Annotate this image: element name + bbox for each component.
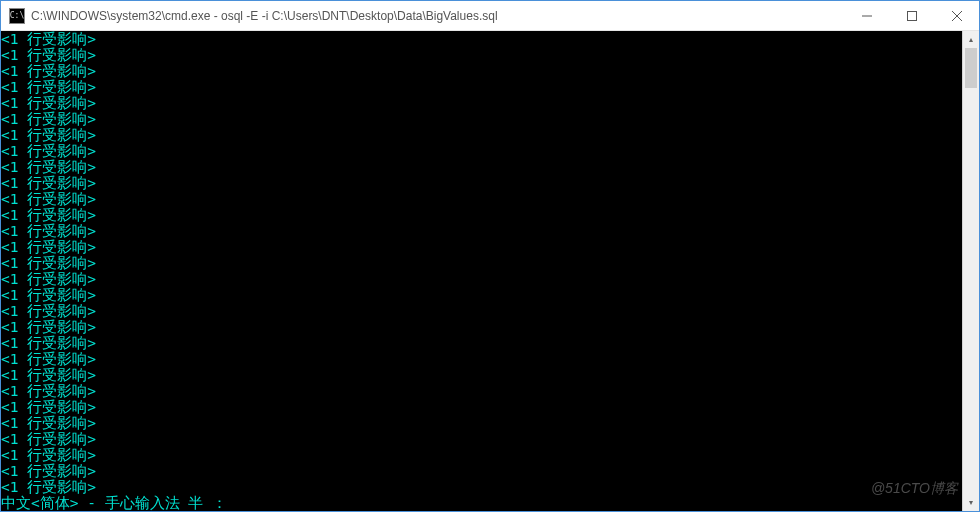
output-line: <1 行受影响> <box>1 95 962 111</box>
output-line: <1 行受影响> <box>1 143 962 159</box>
output-line: <1 行受影响> <box>1 63 962 79</box>
output-line: <1 行受影响> <box>1 287 962 303</box>
output-line: <1 行受影响> <box>1 47 962 63</box>
output-line: <1 行受影响> <box>1 191 962 207</box>
output-line: <1 行受影响> <box>1 271 962 287</box>
minimize-icon <box>862 11 872 21</box>
close-button[interactable] <box>934 1 979 30</box>
scroll-up-button[interactable]: ▴ <box>963 31 979 48</box>
svg-rect-1 <box>907 11 916 20</box>
output-line: <1 行受影响> <box>1 351 962 367</box>
output-line: <1 行受影响> <box>1 79 962 95</box>
output-line: <1 行受影响> <box>1 31 962 47</box>
output-line: <1 行受影响> <box>1 239 962 255</box>
output-line: <1 行受影响> <box>1 111 962 127</box>
output-line: <1 行受影响> <box>1 207 962 223</box>
output-line: <1 行受影响> <box>1 383 962 399</box>
window-title: C:\WINDOWS\system32\cmd.exe - osql -E -i… <box>31 9 844 23</box>
maximize-button[interactable] <box>889 1 934 30</box>
console-output[interactable]: <1 行受影响><1 行受影响><1 行受影响><1 行受影响><1 行受影响>… <box>1 31 962 511</box>
output-line: <1 行受影响> <box>1 479 962 495</box>
vertical-scrollbar[interactable]: ▴ ▾ <box>962 31 979 511</box>
titlebar[interactable]: C:\ C:\WINDOWS\system32\cmd.exe - osql -… <box>1 1 979 31</box>
output-line: <1 行受影响> <box>1 399 962 415</box>
output-line: <1 行受影响> <box>1 367 962 383</box>
output-line: <1 行受影响> <box>1 335 962 351</box>
output-line: <1 行受影响> <box>1 447 962 463</box>
scroll-track[interactable] <box>963 48 979 494</box>
output-line: <1 行受影响> <box>1 175 962 191</box>
chevron-down-icon: ▾ <box>969 498 973 507</box>
minimize-button[interactable] <box>844 1 889 30</box>
output-line: <1 行受影响> <box>1 463 962 479</box>
output-line: <1 行受影响> <box>1 431 962 447</box>
cmd-window: C:\ C:\WINDOWS\system32\cmd.exe - osql -… <box>0 0 980 512</box>
scroll-thumb[interactable] <box>965 48 977 88</box>
window-controls <box>844 1 979 30</box>
maximize-icon <box>907 11 917 21</box>
close-icon <box>952 11 962 21</box>
ime-status-line: 中文<简体> - 手心输入法 半 ： <box>1 495 962 511</box>
chevron-up-icon: ▴ <box>969 35 973 44</box>
output-line: <1 行受影响> <box>1 223 962 239</box>
output-line: <1 行受影响> <box>1 159 962 175</box>
output-line: <1 行受影响> <box>1 415 962 431</box>
output-line: <1 行受影响> <box>1 127 962 143</box>
output-line: <1 行受影响> <box>1 319 962 335</box>
output-line: <1 行受影响> <box>1 303 962 319</box>
output-line: <1 行受影响> <box>1 255 962 271</box>
cmd-icon: C:\ <box>9 8 25 24</box>
console-area: <1 行受影响><1 行受影响><1 行受影响><1 行受影响><1 行受影响>… <box>1 31 979 511</box>
scroll-down-button[interactable]: ▾ <box>963 494 979 511</box>
